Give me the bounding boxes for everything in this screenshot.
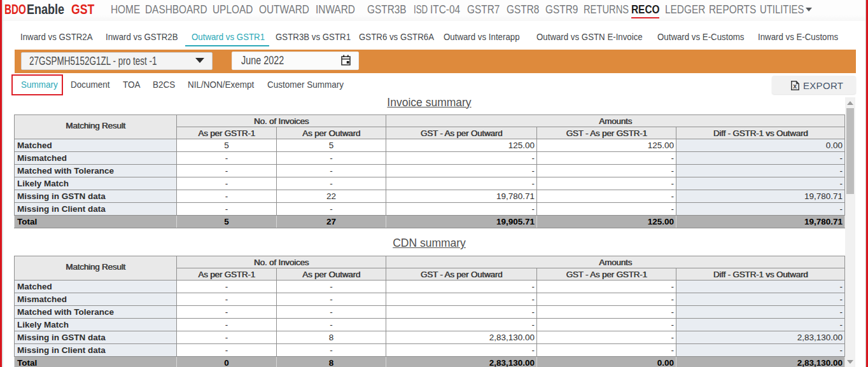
svg-text:x: x [793,82,797,90]
